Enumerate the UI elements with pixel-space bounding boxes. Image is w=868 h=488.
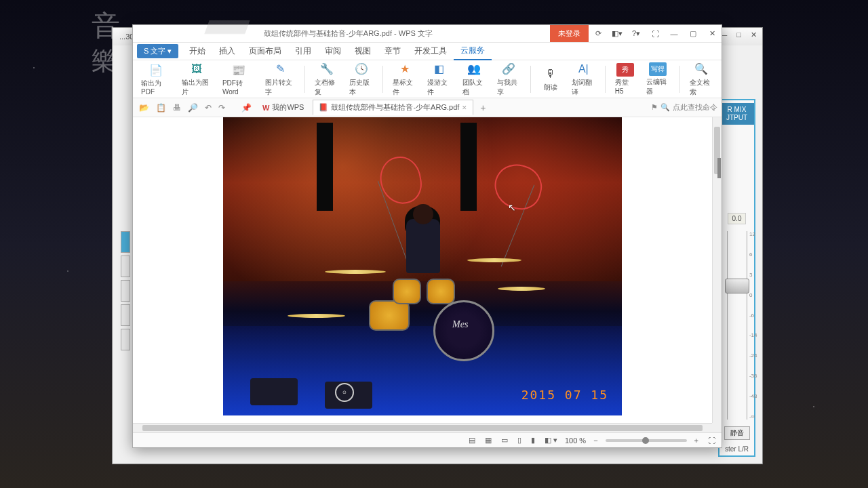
ribbon-label: 团队文档 [462, 78, 486, 97]
mixer-tab-2[interactable] [121, 256, 130, 277]
save-icon[interactable]: 📋 [154, 103, 168, 113]
sync-icon[interactable]: ⟳ [589, 25, 608, 43]
mixer-level-value[interactable]: 0.0 [728, 213, 747, 224]
wps-menubar: S 文字 ▾ 开始 插入 页面布局 引用 审阅 视图 章节 开发工具 云服务 [133, 43, 722, 60]
ribbon-与我共享[interactable]: 🔗与我共享 [493, 60, 525, 98]
theme-icon[interactable]: ◧▾ [608, 25, 627, 43]
horizontal-scrollbar[interactable] [133, 423, 712, 432]
ribbon-separator [679, 66, 680, 93]
menu-cloud[interactable]: 云服务 [454, 42, 492, 60]
view-mode-6-icon[interactable]: ◧ ▾ [542, 436, 559, 445]
cymbal-crash-right [498, 287, 545, 291]
command-search[interactable]: ⚑ 🔍 点此查找命令 [651, 102, 717, 113]
ribbon-图片转文字[interactable]: ✎图片转文字 [261, 60, 299, 98]
drummer-figure [406, 219, 440, 273]
menu-view[interactable]: 视图 [348, 43, 378, 60]
wps-titlebar[interactable]: 鼓组传统部件与基础拾音-少年ARG.pdf - WPS 文字 未登录 ⟳ ◧▾ … [133, 25, 722, 43]
help-icon[interactable]: ?▾ [627, 25, 646, 43]
zoom-slider-thumb[interactable] [642, 437, 649, 444]
mixer-tab-5[interactable] [121, 329, 130, 350]
master-lr-label: ster L/R [722, 443, 751, 455]
ribbon-星标文件[interactable]: ★星标文件 [389, 60, 420, 98]
vertical-scrollbar[interactable] [712, 117, 722, 423]
ribbon-朗读[interactable]: 🎙朗读 [536, 65, 565, 94]
cymbal-ride [467, 258, 521, 262]
ribbon-icon: ✎ [273, 62, 288, 77]
mouse-cursor-icon: ↖ [508, 202, 516, 213]
mixer-max-icon[interactable]: □ [736, 30, 741, 39]
document-viewport[interactable]: Mes ⊙ 2015 07 15 ↖ [133, 117, 722, 432]
ribbon-全文检索[interactable]: 🔍全文检索 [686, 60, 717, 98]
close-icon[interactable]: ✕ [703, 25, 722, 43]
mixer-output-label: R MIX JTPUT [719, 103, 754, 125]
minimize-icon[interactable]: — [665, 25, 684, 43]
ribbon-秀堂H5[interactable]: 秀秀堂H5 [611, 62, 639, 96]
pin-tab-icon[interactable]: 📌 [239, 103, 254, 113]
monitor-logo: ⊙ [335, 383, 354, 402]
menu-devtools[interactable]: 开发工具 [408, 43, 454, 60]
view-mode-4-icon[interactable]: ▯ [515, 436, 524, 445]
mixer-tab-1[interactable] [121, 231, 130, 253]
ribbon-label: 云编辑器 [646, 77, 670, 96]
ribbon-历史版本[interactable]: 🕓历史版本 [345, 60, 377, 98]
ribbon-icon: 🔗 [501, 62, 516, 77]
rack-tom-2 [427, 279, 455, 304]
view-mode-5-icon[interactable]: ▮ [529, 436, 537, 445]
ribbon-漫游文件[interactable]: ◧漫游文件 [423, 60, 455, 98]
mixer-close-icon[interactable]: ✕ [751, 30, 757, 39]
print-icon[interactable]: 🖶 [171, 103, 183, 113]
menu-reference[interactable]: 引用 [288, 43, 318, 60]
document-photo: Mes ⊙ 2015 07 15 ↖ [223, 117, 622, 415]
ribbon-文档修复[interactable]: 🔧文档修复 [311, 60, 342, 98]
cymbal-crash-left [288, 314, 345, 318]
ribbon-云编辑器[interactable]: 写得云编辑器 [642, 61, 674, 98]
ribbon-团队文档[interactable]: 👥团队文档 [458, 60, 490, 98]
tab-document[interactable]: 📕 鼓组传统部件与基础拾音-少年ARG.pdf ✕ [313, 100, 473, 115]
tab-close-icon[interactable]: ✕ [462, 104, 467, 111]
open-icon[interactable]: 📂 [137, 103, 151, 113]
preview-icon[interactable]: 🔎 [186, 103, 200, 113]
zoom-out-icon[interactable]: − [591, 436, 599, 445]
fullscreen-icon[interactable]: ⛶ [706, 436, 717, 445]
ribbon-icon: 🔧 [319, 62, 334, 77]
mixer-tab-3[interactable] [121, 280, 130, 302]
ribbon-icon: 🔍 [694, 62, 709, 77]
speaker-right [460, 123, 477, 211]
fader-knob[interactable] [725, 279, 749, 293]
view-mode-1-icon[interactable]: ▤ [467, 436, 477, 445]
menu-review[interactable]: 审阅 [318, 43, 348, 60]
mixer-tab-4[interactable] [121, 304, 130, 326]
ribbon-划词翻译[interactable]: A|划词翻译 [568, 60, 599, 98]
mixer-master-panel: R MIX JTPUT 0.0 12 6 3 0 -6 -14 -24 -36 … [718, 99, 755, 457]
redo-icon[interactable]: ↷ [216, 103, 227, 113]
cymbal-hihat [325, 270, 386, 274]
hscroll-thumb[interactable] [142, 425, 703, 431]
menu-start[interactable]: 开始 [182, 43, 212, 60]
login-badge[interactable]: 未登录 [550, 25, 589, 42]
ribbon-输出为图片[interactable]: 🖼输出为图片 [178, 60, 216, 98]
zoom-in-icon[interactable]: + [692, 436, 701, 445]
mixer-fader[interactable]: 12 6 3 0 -6 -14 -24 -36 -48 -∞ [727, 231, 747, 420]
menu-chapter[interactable]: 章节 [378, 43, 408, 60]
view-mode-2-icon[interactable]: ▦ [483, 436, 494, 445]
ribbon-icon: ◧ [432, 62, 447, 77]
ribbon-label: 与我共享 [497, 78, 521, 97]
ribbon-PDF转Word[interactable]: 📰PDF转Word [218, 61, 258, 97]
undo-icon[interactable]: ↶ [203, 103, 214, 113]
menu-layout[interactable]: 页面布局 [242, 43, 288, 60]
app-menu-dropdown[interactable]: S 文字 ▾ [137, 44, 178, 58]
ribbon-label: 秀堂H5 [615, 78, 635, 95]
menu-insert[interactable]: 插入 [212, 43, 242, 60]
zoom-value[interactable]: 100 % [565, 436, 586, 445]
ribbon-label: 历史版本 [349, 78, 373, 97]
pin-icon[interactable]: ⛶ [646, 25, 665, 43]
tab-add-icon[interactable]: + [476, 102, 490, 113]
ribbon-label: 漫游文件 [427, 78, 451, 97]
tab-mywps[interactable]: W 我的WPS [256, 100, 310, 115]
mute-button[interactable]: 静音 [724, 426, 750, 440]
maximize-icon[interactable]: ▢ [684, 25, 703, 43]
ribbon-输出为PDF[interactable]: 📄输出为PDF [137, 61, 175, 97]
fader-scale: 12 6 3 0 -6 -14 -24 -36 -48 -∞ [749, 231, 757, 420]
view-mode-3-icon[interactable]: ▭ [499, 436, 510, 445]
zoom-slider[interactable] [606, 439, 687, 442]
